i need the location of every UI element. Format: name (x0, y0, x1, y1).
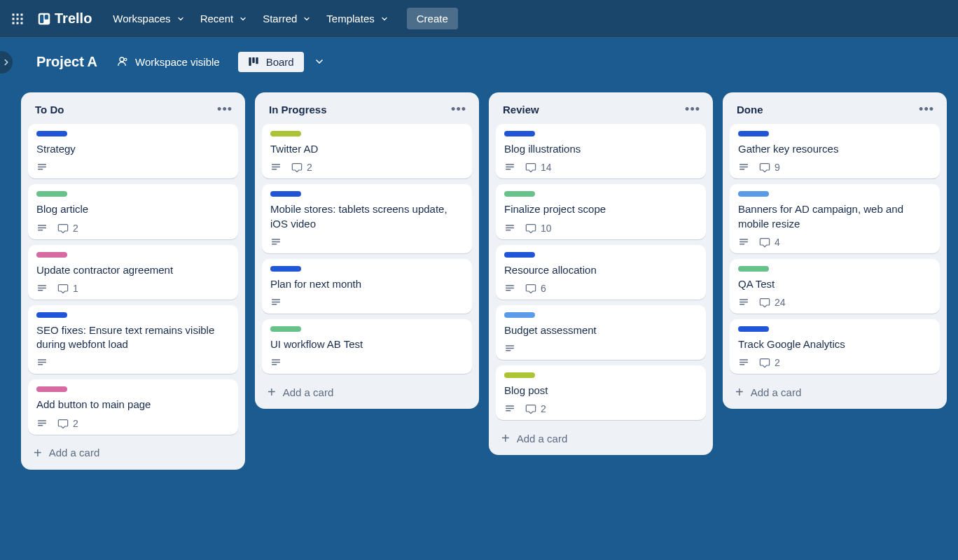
card[interactable]: Finalize project scope10 (496, 184, 706, 239)
nav-recent[interactable]: Recent (200, 13, 248, 24)
card[interactable]: Twitter AD2 (262, 124, 472, 178)
visibility-label: Workspace visible (135, 56, 220, 68)
svg-rect-10 (40, 15, 43, 23)
description-icon (36, 223, 48, 234)
card[interactable]: Budget assessment (496, 305, 706, 360)
card[interactable]: UI workflow AB Test (262, 319, 472, 374)
list-menu-icon[interactable]: ••• (451, 102, 466, 117)
svg-rect-47 (506, 227, 514, 227)
svg-rect-64 (740, 299, 748, 300)
nav-workspaces[interactable]: Workspaces (113, 13, 184, 24)
svg-rect-23 (38, 287, 46, 288)
card-title: Budget assessment (504, 323, 697, 337)
card[interactable]: QA Test24 (730, 259, 940, 314)
svg-rect-28 (38, 420, 46, 421)
card-badges (504, 343, 697, 354)
svg-rect-0 (13, 13, 15, 15)
card-label[interactable] (270, 191, 301, 197)
list-menu-icon[interactable]: ••• (685, 102, 700, 117)
view-board-button[interactable]: Board (238, 52, 304, 72)
card-badges: 2 (738, 357, 931, 368)
description-icon (36, 283, 48, 294)
description-icon (504, 223, 515, 234)
card-label[interactable] (738, 191, 769, 197)
list-title[interactable]: Done (737, 104, 763, 115)
cards: Blog illustrations14Finalize project sco… (494, 124, 707, 420)
board-header: Project A Workspace visible Board (0, 38, 958, 85)
card[interactable]: SEO fixes: Ensure text remains visible d… (28, 305, 238, 374)
card-label[interactable] (504, 312, 535, 318)
create-button[interactable]: Create (407, 8, 458, 29)
card[interactable]: Banners for AD campaign, web and mobile … (730, 184, 940, 253)
add-card-button[interactable]: +Add a card (261, 379, 473, 403)
card-label[interactable] (504, 191, 535, 197)
card[interactable]: Gather key resources9 (730, 124, 940, 178)
nav-starred[interactable]: Starred (263, 13, 311, 24)
card-label[interactable] (504, 372, 535, 378)
card-label[interactable] (36, 386, 67, 392)
add-card-button[interactable]: +Add a card (494, 426, 707, 449)
svg-rect-69 (740, 364, 744, 365)
board-icon (248, 56, 259, 67)
svg-point-12 (125, 58, 127, 60)
card[interactable]: Blog illustrations14 (496, 124, 706, 178)
lists-container: To Do•••StrategyBlog article2Update cont… (0, 85, 958, 477)
card[interactable]: Blog post2 (496, 365, 706, 420)
svg-rect-22 (38, 285, 46, 286)
card-label[interactable] (504, 131, 535, 136)
card-label[interactable] (270, 266, 301, 272)
svg-rect-30 (38, 425, 43, 426)
view-switcher[interactable] (308, 50, 331, 73)
svg-rect-67 (740, 360, 748, 360)
visibility-button[interactable]: Workspace visible (110, 51, 225, 72)
card[interactable]: Blog article2 (28, 184, 238, 239)
card[interactable]: Strategy (28, 124, 238, 178)
card-label[interactable] (270, 131, 301, 136)
board-title[interactable]: Project A (36, 54, 97, 70)
card-label[interactable] (270, 326, 301, 332)
svg-rect-63 (740, 244, 744, 244)
card-title: UI workflow AB Test (270, 337, 464, 351)
card[interactable]: Resource allocation6 (496, 245, 706, 300)
card-label[interactable] (36, 191, 67, 197)
apps-icon[interactable] (6, 7, 29, 31)
card[interactable]: Plan for next month (262, 259, 472, 314)
description-icon (504, 162, 515, 173)
svg-rect-55 (506, 406, 514, 407)
comments-badge: 2 (57, 223, 78, 234)
svg-rect-26 (38, 362, 46, 363)
description-icon (738, 357, 749, 368)
card-label[interactable] (36, 312, 67, 318)
card-label[interactable] (738, 326, 769, 332)
svg-rect-27 (38, 364, 43, 365)
card[interactable]: Track Google Analytics2 (730, 319, 940, 374)
card[interactable]: Mobile stores: tablets screens update, i… (262, 184, 472, 253)
svg-rect-14 (252, 57, 254, 63)
add-card-button[interactable]: +Add a card (27, 440, 240, 464)
nav-templates[interactable]: Templates (326, 13, 388, 24)
card-title: Strategy (36, 142, 230, 156)
list-menu-icon[interactable]: ••• (217, 102, 232, 117)
card-label[interactable] (738, 131, 769, 136)
svg-rect-18 (38, 169, 43, 169)
list-title[interactable]: To Do (35, 104, 64, 115)
list: In Progress•••Twitter AD2Mobile stores: … (255, 92, 479, 409)
svg-rect-2 (21, 13, 23, 15)
add-card-button[interactable]: +Add a card (728, 379, 941, 403)
card-label[interactable] (36, 252, 67, 258)
card-label[interactable] (504, 252, 535, 258)
card-label[interactable] (36, 131, 67, 136)
cards: Twitter AD2Mobile stores: tablets screen… (261, 124, 473, 374)
comments-badge: 24 (759, 297, 786, 308)
card[interactable]: Update contractor agreement1 (28, 245, 238, 300)
comments-count: 4 (775, 237, 780, 248)
svg-rect-41 (272, 362, 280, 363)
card-label[interactable] (738, 266, 769, 272)
comments-count: 2 (541, 403, 546, 414)
card[interactable]: Add button to main page2 (28, 379, 238, 434)
svg-rect-21 (38, 230, 43, 230)
trello-logo[interactable]: Trello (35, 10, 95, 27)
list-menu-icon[interactable]: ••• (919, 102, 934, 117)
list-title[interactable]: Review (503, 104, 539, 115)
list-title[interactable]: In Progress (269, 104, 327, 115)
